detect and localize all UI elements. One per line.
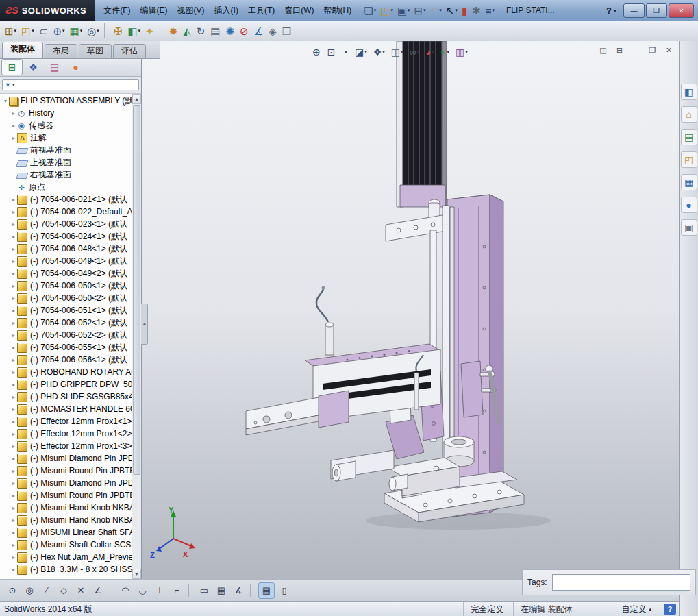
mass-properties-icon[interactable]: ◈	[266, 23, 279, 39]
new-document-icon[interactable]: ❏ ▾	[362, 2, 378, 19]
tree-item[interactable]: ▸ (-) 7054-006-022_Default_A	[0, 206, 132, 218]
tree-item[interactable]: ▸ (-) Effector 12mm Prox1<2>	[0, 428, 132, 440]
help-status-icon[interactable]: ?	[664, 604, 676, 615]
undo-icon[interactable]: ↶ ▾	[428, 2, 444, 19]
tree-item[interactable]: ▸ (-) B18_3.3M - 8 x 20 SHSS -	[0, 563, 132, 576]
expand-arrow-icon[interactable]: ▸	[10, 443, 17, 449]
tree-item[interactable]: ▸ (-) Misumi Diamond Pin JPDTE	[0, 477, 132, 489]
tree-item[interactable]: ▸ 传感器	[0, 119, 132, 132]
snap-grid-icon[interactable]: ▦	[214, 583, 229, 598]
tags-input[interactable]	[552, 574, 690, 591]
menu-edit[interactable]: 编辑(E)	[136, 3, 173, 18]
configurationmanager-tab-icon[interactable]: ▤	[44, 59, 65, 75]
snap-intersection-icon[interactable]: ✕	[73, 583, 88, 598]
tree-item[interactable]: 原点	[0, 181, 132, 193]
tree-item[interactable]: ▸ (-) MISUMI Linear Shaft SFAC	[0, 526, 132, 539]
expand-arrow-icon[interactable]: ▸	[10, 320, 17, 326]
expand-arrow-icon[interactable]: ▸	[10, 308, 17, 314]
snap-angle-icon[interactable]: ∠	[90, 583, 105, 598]
graphics-area[interactable]: Y X Z ⊕ ⊡	[141, 41, 680, 579]
expand-arrow-icon[interactable]: ▸	[10, 431, 17, 437]
split-vertical-icon[interactable]: ⊟	[614, 45, 625, 56]
exploded-view-icon[interactable]: ✺	[224, 23, 238, 39]
expand-arrow-icon[interactable]: ▸	[10, 345, 17, 351]
tab-evaluate[interactable]: 评估	[113, 44, 146, 58]
snap-rectangle-icon[interactable]: ▭	[197, 583, 212, 598]
component-preview-icon[interactable]: ◎ ▾	[85, 23, 101, 39]
featuremanager-tab-icon[interactable]: ⊞	[1, 59, 23, 75]
restore-window-icon[interactable]: ❐	[647, 45, 658, 56]
tree-item[interactable]: ▸ (-) MCMASTER HANDLE 6023	[0, 403, 132, 415]
print-icon[interactable]: ⊟ ▾	[412, 2, 428, 19]
menu-file[interactable]: 文件(F)	[99, 3, 135, 18]
snap-angle-dim-icon[interactable]: ∡	[231, 583, 246, 598]
restore-button[interactable]: ❐	[646, 3, 667, 18]
tree-item[interactable]: ▸ (-) 7054-006-050<2> (默认	[0, 292, 132, 304]
snap-corner-icon[interactable]: ⌐	[169, 583, 184, 598]
mate-icon[interactable]: ⊕ ▾	[51, 23, 66, 39]
tree-item[interactable]: ▸ (-) Misumi Diamond Pin JPDTE	[0, 452, 132, 465]
tree-item[interactable]: ▸ (-) Misumi Shaft Collar SCSP1	[0, 539, 132, 551]
snap-center-icon[interactable]: ◎	[22, 583, 37, 598]
interference-detection-icon[interactable]: ⊘	[238, 23, 251, 39]
motion-study-icon[interactable]: ↻	[195, 23, 208, 39]
expand-arrow-icon[interactable]: ▸	[10, 110, 17, 116]
move-component-icon[interactable]: ◧ ▾	[125, 23, 142, 39]
expand-arrow-icon[interactable]: ▸	[10, 295, 17, 301]
rebuild-icon[interactable]: ▮	[460, 2, 470, 19]
expand-arrow-icon[interactable]: ▸	[10, 221, 17, 227]
linear-actuator-part[interactable]	[397, 41, 447, 207]
minimize-window-icon[interactable]: −	[630, 45, 642, 56]
tab-assembly[interactable]: 装配体	[2, 42, 43, 58]
tree-item[interactable]: ▸ (-) 7054-006-052<2> (默认	[0, 329, 132, 341]
file-properties-icon[interactable]: ≡ ▾	[484, 2, 497, 19]
menu-tools[interactable]: 工具(T)	[243, 3, 279, 18]
custom-tab[interactable]: 自定义 ▴	[614, 602, 658, 616]
tree-item[interactable]: ▸ (-) 7054-006-051<1> (默认	[0, 304, 132, 317]
tree-filter-input[interactable]: ▼ ▾	[2, 79, 139, 90]
save-icon[interactable]: ▣ ▾	[395, 2, 412, 19]
snap-polygon-icon[interactable]: ◇	[56, 583, 71, 598]
expand-arrow-icon[interactable]: ▾	[2, 98, 9, 104]
tree-item[interactable]: ▸ (-) 7054-006-055<1> (默认	[0, 341, 132, 354]
view-orientation-icon[interactable]: ❖ ▾	[371, 45, 387, 59]
expand-arrow-icon[interactable]: ▸	[10, 271, 17, 277]
tree-item[interactable]: ▸ (-) Misumi Hand Knob NKBA8	[0, 502, 132, 514]
show-hidden-components-icon[interactable]: ✦	[143, 23, 157, 39]
tree-item[interactable]: ▸ (-) 7054-006-049<1> (默认	[0, 255, 132, 267]
snap-perpendicular-icon[interactable]: ⊥	[152, 583, 167, 598]
appearances-icon[interactable]: ●	[681, 197, 697, 213]
menu-view[interactable]: 视图(V)	[173, 3, 210, 18]
insert-component-icon[interactable]: ⊞ ▾	[3, 23, 18, 39]
snap-point-icon[interactable]: ⊙	[5, 583, 20, 598]
zoom-fit-icon[interactable]: ⊕	[310, 45, 323, 59]
tree-item[interactable]: 上视基准面	[0, 156, 132, 169]
options-icon[interactable]: ✱	[470, 2, 484, 19]
home-icon[interactable]: ⌂	[681, 106, 697, 123]
bill-of-materials-icon[interactable]: ▤	[208, 23, 223, 39]
expand-arrow-icon[interactable]: ▸	[10, 517, 17, 523]
expand-arrow-icon[interactable]: ▸	[10, 246, 17, 252]
tree-item[interactable]: ▸ (-) 7054-006-024<1> (默认	[0, 230, 132, 243]
view-settings-icon[interactable]: ▥ ▾	[453, 45, 470, 59]
tree-item[interactable]: ▸ (-) 7054-006-050<1> (默认	[0, 280, 132, 292]
scroll-down-button[interactable]: ▼	[132, 569, 141, 579]
view-palette-icon[interactable]: ▦	[681, 174, 697, 190]
close-window-icon[interactable]: ✕	[663, 45, 675, 56]
grid-settings-icon[interactable]: ▦	[258, 582, 275, 599]
snap-line-icon[interactable]: ∕	[39, 583, 54, 598]
tree-item[interactable]: ▸ (-) 7054-006-023<1> (默认	[0, 218, 132, 230]
propertymanager-tab-icon[interactable]: ❖	[23, 59, 44, 75]
expand-arrow-icon[interactable]: ▸	[10, 530, 17, 536]
tree-item[interactable]: ▸ History	[0, 107, 132, 119]
edit-appearance-icon[interactable]: ◕ ▾	[423, 45, 436, 59]
expand-arrow-icon[interactable]: ▸	[10, 369, 17, 375]
select-cursor-icon[interactable]: ↖ ▾	[444, 2, 460, 19]
help-button[interactable]: ? ▾	[606, 5, 623, 16]
tree-item[interactable]: ▸ (-) Misumi Round Pin JPBTB6	[0, 465, 132, 477]
tree-item[interactable]: ▸ 注解	[0, 132, 132, 144]
tree-item[interactable]: 前视基准面	[0, 144, 132, 156]
ortho-icon[interactable]: ▯	[277, 583, 292, 598]
tab-sketch[interactable]: 草图	[79, 44, 112, 58]
section-properties-icon[interactable]: ❒	[280, 23, 294, 39]
